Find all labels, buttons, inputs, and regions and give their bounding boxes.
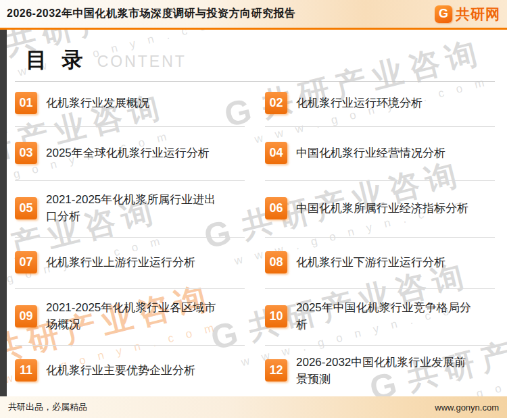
toc-item-number: 01: [15, 92, 37, 114]
toc-item-07[interactable]: 07 化机浆行业上游行业运行分析: [15, 238, 245, 289]
toc-item-09[interactable]: 09 2021-2025年化机浆行业各区域市场概况: [15, 289, 245, 346]
footer-slogan: 共研出品，必属精品: [8, 401, 87, 413]
brand-logo-text: 共研网: [456, 5, 500, 24]
toc-item-label: 2021-2025年化机浆行业各区域市场概况: [46, 299, 224, 333]
toc-item-label: 化机浆行业上游行业运行分析: [46, 254, 195, 271]
toc-item-label: 2025年全球化机浆行业运行分析: [46, 145, 210, 161]
toc-item-number: 09: [15, 305, 37, 327]
toc-item-label: 化机浆行业主要优势企业分析: [46, 362, 195, 379]
toc-heading: 目 录 CONTENT: [15, 30, 495, 74]
toc-item-number: 11: [15, 359, 37, 382]
toc-item-10[interactable]: 10 2025年中国化机浆行业竞争格局分析: [265, 289, 495, 346]
brand-logo[interactable]: G 共研网: [435, 5, 500, 24]
toc-item-02[interactable]: 02 化机浆行业运行环境分析: [265, 82, 495, 127]
toc-item-label: 2021-2025年化机浆所属行业进出口分析: [46, 191, 224, 225]
toc-item-number: 12: [265, 359, 287, 382]
toc-container: 目 录 CONTENT 01 化机浆行业发展概况 02 化机浆行业运行环境分析 …: [7, 30, 507, 396]
toc-grid: 01 化机浆行业发展概况 02 化机浆行业运行环境分析 03 2025年全球化机…: [15, 82, 495, 396]
content-area: G共研产业咨询 w w w . g o n y n . c o m G共研产业咨…: [0, 30, 507, 396]
toc-item-label: 化机浆行业发展概况: [46, 95, 149, 111]
toc-item-number: 03: [15, 142, 37, 164]
toc-item-label: 2025年中国化机浆行业竞争格局分析: [296, 299, 475, 333]
toc-item-12[interactable]: 12 2026-2032中国化机浆行业发展前景预测: [265, 346, 495, 396]
toc-title-cn: 目 录: [26, 46, 88, 74]
toc-item-label: 中国化机浆所属行业经济指标分析: [296, 200, 468, 217]
toc-item-label: 2026-2032中国化机浆行业发展前景预测: [296, 354, 475, 388]
toc-item-label: 化机浆行业运行环境分析: [296, 95, 422, 111]
toc-item-04[interactable]: 04 中国化机浆行业经营情况分析: [265, 127, 495, 181]
footer: 共研出品，必属精品 www.gonyn.com: [0, 396, 507, 418]
toc-item-06[interactable]: 06 中国化机浆所属行业经济指标分析: [265, 181, 495, 238]
header: 2026-2032年中国化机浆市场深度调研与投资方向研究报告 G 共研网: [0, 0, 507, 30]
toc-item-number: 10: [265, 305, 287, 327]
toc-item-11[interactable]: 11 化机浆行业主要优势企业分析: [15, 346, 245, 396]
toc-item-number: 06: [265, 197, 287, 219]
toc-item-05[interactable]: 05 2021-2025年化机浆所属行业进出口分析: [15, 181, 245, 238]
toc-item-number: 02: [265, 92, 287, 114]
toc-item-label: 化机浆行业下游行业运行分析: [296, 254, 445, 271]
report-title: 2026-2032年中国化机浆市场深度调研与投资方向研究报告: [7, 7, 296, 21]
toc-item-label: 中国化机浆行业经营情况分析: [296, 145, 445, 161]
toc-item-number: 05: [15, 197, 37, 219]
toc-item-number: 08: [265, 251, 287, 273]
footer-url[interactable]: www.gonyn.com: [435, 402, 499, 413]
brand-logo-icon: G: [435, 5, 452, 23]
toc-title-en: CONTENT: [97, 53, 187, 71]
toc-item-number: 04: [265, 142, 287, 164]
left-accent-bar: [0, 30, 7, 396]
toc-item-01[interactable]: 01 化机浆行业发展概况: [15, 82, 245, 127]
report-toc-page: 2026-2032年中国化机浆市场深度调研与投资方向研究报告 G 共研网 G共研…: [0, 0, 507, 420]
toc-item-03[interactable]: 03 2025年全球化机浆行业运行分析: [15, 127, 245, 181]
toc-item-number: 07: [15, 251, 37, 273]
toc-item-08[interactable]: 08 化机浆行业下游行业运行分析: [265, 238, 495, 289]
